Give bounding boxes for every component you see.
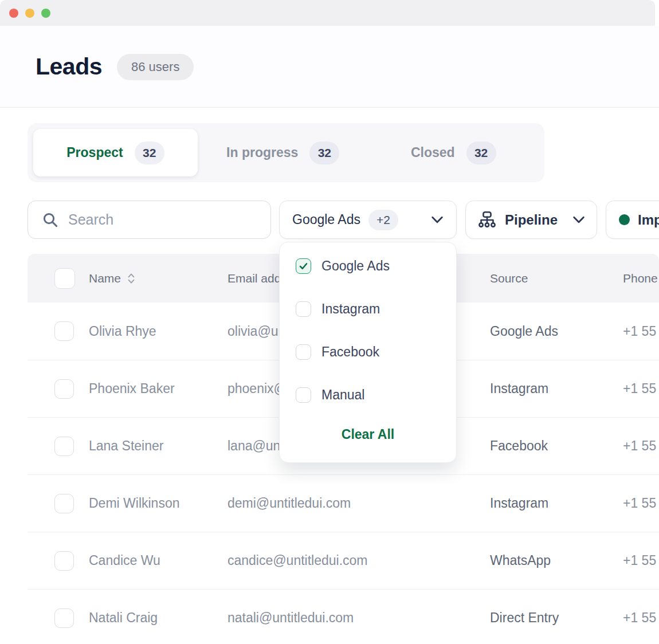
row-checkbox[interactable] [54,551,74,571]
row-checkbox[interactable] [54,379,74,399]
status-dot-icon [619,214,630,225]
status-tab[interactable]: Prospect 32 [33,129,198,176]
search-input[interactable] [68,211,259,228]
row-checkbox[interactable] [54,321,74,341]
cell-phone: +1 55 [623,381,659,396]
cell-email: candice@untitledui.com [227,553,490,568]
chevron-down-icon [572,216,585,223]
column-header-name: Name [89,272,227,285]
source-filter-label: Google Ads [292,212,360,227]
column-header-source: Source [490,272,623,285]
cell-source: WhatsApp [490,553,623,568]
status-tab[interactable]: Closed 32 [368,129,539,176]
cell-source: Google Ads [490,324,623,339]
tab-label: Prospect [66,145,123,160]
source-filter-dropdown: Google Ads Instagram [279,242,457,463]
cell-email: natali@untitledui.com [227,610,490,626]
cell-name: Phoenix Baker [89,381,227,396]
minimize-window-button[interactable] [25,9,34,18]
pipeline-filter-button[interactable]: Pipeline [465,201,597,239]
column-label: Name [89,272,121,285]
page-header: Leads 86 users [0,26,659,108]
tab-count-badge: 32 [466,142,496,164]
table-row: Natali Craig natali@untitledui.com Direc… [28,589,659,644]
titlebar [0,0,655,26]
app-window: Leads 86 users Prospect 32 In progress 3… [0,0,659,644]
chevron-down-icon [431,216,444,223]
filter-option-label: Google Ads [321,258,390,274]
dropdown-options: Google Ads Instagram [280,245,456,417]
header-divider [0,107,659,108]
close-window-button[interactable] [9,9,18,18]
status-tabs: Prospect 32 In progress 32 Closed 32 [28,123,544,182]
cell-source: Instagram [490,381,623,396]
cell-source: Instagram [490,496,623,511]
maximize-window-button[interactable] [41,9,50,18]
filter-option[interactable]: Instagram [280,288,456,331]
cell-name: Candice Wu [89,553,227,568]
row-checkbox[interactable] [54,608,74,628]
filter-option[interactable]: Google Ads [280,245,456,288]
cell-phone: +1 55 [623,324,659,339]
source-filter-button[interactable]: Google Ads +2 [279,201,457,239]
cell-name: Demi Wilkinson [89,496,227,511]
table-row: Candice Wu candice@untitledui.com WhatsA… [28,532,659,589]
filter-option-label: Instagram [321,301,380,317]
checkbox[interactable] [296,387,311,403]
column-header-phone: Phone [623,272,659,285]
checkbox[interactable] [296,258,311,274]
sort-icon[interactable] [127,272,136,285]
cell-name: Natali Craig [89,610,227,626]
status-tab[interactable]: In progress 32 [198,129,368,176]
checkbox[interactable] [296,344,311,360]
search-icon [42,211,59,229]
page-title: Leads [36,53,102,80]
cell-name: Olivia Rhye [89,324,227,339]
cell-source: Facebook [490,438,623,454]
cell-phone: +1 55 [623,610,659,626]
cell-email: demi@untitledui.com [227,496,490,511]
filter-option-label: Facebook [321,344,379,360]
pipeline-filter-label: Pipeline [505,212,558,228]
source-filter-extra-badge: +2 [368,210,398,230]
cell-phone: +1 55 [623,496,659,511]
cell-phone: +1 55 [623,438,659,454]
filter-option-label: Manual [321,387,364,403]
tab-label: In progress [226,145,298,160]
cell-name: Lana Steiner [89,438,227,454]
cell-source: Direct Entry [490,610,623,626]
filter-option[interactable]: Facebook [280,331,456,374]
tab-label: Closed [411,145,455,160]
cell-phone: +1 55 [623,553,659,568]
row-checkbox[interactable] [54,494,74,513]
pipeline-icon [477,210,497,230]
filter-option[interactable]: Manual [280,374,456,417]
select-all-checkbox[interactable] [54,268,75,289]
row-checkbox[interactable] [54,437,74,456]
checkbox[interactable] [296,301,311,317]
table-row: Demi Wilkinson demi@untitledui.com Insta… [28,474,659,532]
clear-all-button[interactable]: Clear All [280,427,456,442]
import-filter-button[interactable]: Imp [606,201,659,239]
tab-count-badge: 32 [135,142,164,164]
tab-count-badge: 32 [309,142,339,164]
import-filter-label: Imp [638,212,659,228]
search-box[interactable] [28,201,271,239]
user-count-badge: 86 users [117,54,194,80]
checkmark-icon [299,261,308,271]
